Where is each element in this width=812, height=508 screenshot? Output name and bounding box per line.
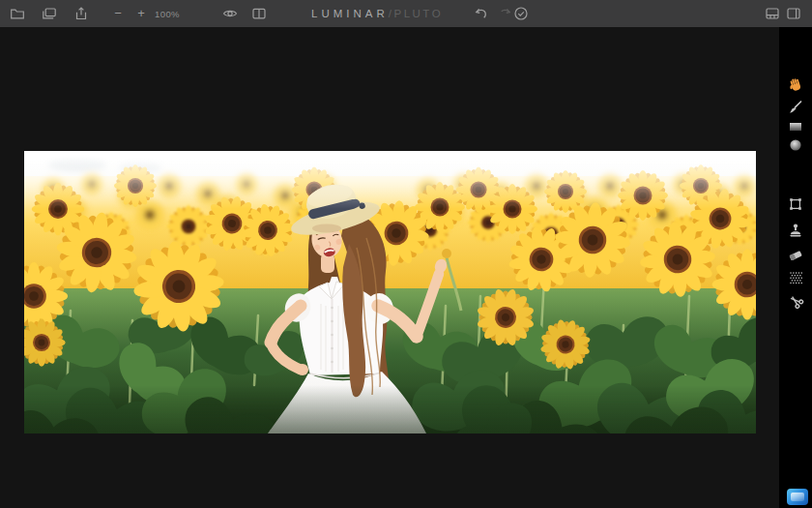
crop-tool-icon[interactable]	[787, 195, 804, 213]
noise-tool-icon[interactable]	[787, 269, 804, 286]
tools-sidebar	[779, 27, 812, 508]
export-icon[interactable]	[73, 6, 89, 21]
clone-stamp-icon[interactable]	[787, 222, 804, 239]
blue-app-badge-icon[interactable]	[787, 489, 808, 505]
brush-tool-icon[interactable]	[787, 99, 804, 116]
side-panel-icon[interactable]	[786, 6, 801, 21]
product-name: /PLUTO	[389, 8, 443, 19]
radial-mask-icon[interactable]	[787, 136, 804, 154]
undo-icon[interactable]	[474, 6, 489, 21]
badge-highlight	[791, 493, 804, 501]
photo[interactable]	[24, 151, 756, 433]
redo-icon[interactable]	[497, 6, 512, 21]
editor-canvas	[0, 27, 779, 508]
app-title: LUMINAR/PLUTO	[311, 8, 443, 19]
zoom-in-button[interactable]: +	[133, 7, 149, 20]
eraser-tool-icon[interactable]	[787, 246, 804, 263]
top-toolbar: − + 100% LUMINAR/PLUTO	[0, 0, 812, 28]
preview-eye-icon[interactable]	[222, 6, 238, 21]
compare-split-icon[interactable]	[251, 6, 267, 21]
scissors-tool-icon[interactable]	[787, 292, 804, 310]
photos-stack-icon[interactable]	[42, 6, 57, 21]
brand-name: LUMINAR	[311, 8, 389, 19]
apply-check-icon[interactable]	[513, 6, 529, 21]
folder-icon[interactable]	[10, 6, 25, 21]
zoom-out-button[interactable]: −	[110, 7, 126, 20]
hand-tool-icon[interactable]	[787, 75, 804, 93]
app-window: − + 100% LUMINAR/PLUTO	[0, 0, 812, 508]
zoom-level[interactable]: 100%	[151, 9, 184, 19]
presets-panel-icon[interactable]	[765, 6, 780, 21]
gradient-mask-icon[interactable]	[787, 118, 804, 135]
